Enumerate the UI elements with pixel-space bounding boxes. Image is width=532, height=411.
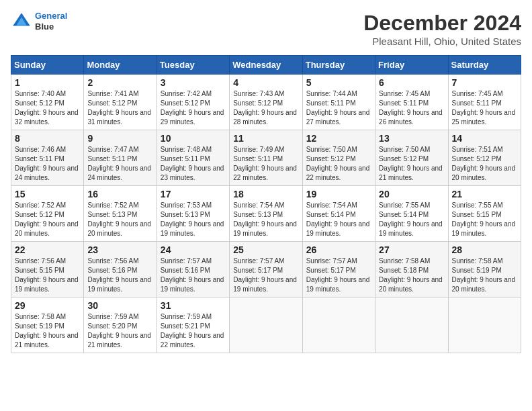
calendar-cell: 6 Sunrise: 7:45 AMSunset: 5:11 PMDayligh… [375, 75, 448, 130]
calendar-cell: 12 Sunrise: 7:50 AMSunset: 5:12 PMDaylig… [302, 130, 375, 186]
day-info: Sunrise: 7:56 AMSunset: 5:15 PMDaylight:… [15, 257, 79, 293]
calendar-day-header: Monday [84, 56, 157, 75]
calendar-cell: 2 Sunrise: 7:41 AMSunset: 5:12 PMDayligh… [84, 75, 157, 130]
day-info: Sunrise: 7:41 AMSunset: 5:12 PMDaylight:… [87, 90, 151, 126]
calendar-cell: 26 Sunrise: 7:57 AMSunset: 5:17 PMDaylig… [302, 242, 375, 298]
logo-text: General Blue [35, 11, 67, 32]
day-info: Sunrise: 7:57 AMSunset: 5:17 PMDaylight:… [306, 257, 370, 293]
page-header: General Blue December 2024 Pleasant Hill… [11, 11, 521, 47]
calendar-cell [448, 298, 521, 353]
day-number: 1 [15, 77, 80, 88]
calendar-cell: 4 Sunrise: 7:43 AMSunset: 5:12 PMDayligh… [230, 75, 302, 130]
calendar-cell: 24 Sunrise: 7:57 AMSunset: 5:16 PMDaylig… [157, 242, 229, 298]
day-info: Sunrise: 7:47 AMSunset: 5:11 PMDaylight:… [87, 146, 151, 181]
day-number: 26 [306, 244, 371, 255]
day-info: Sunrise: 7:58 AMSunset: 5:18 PMDaylight:… [379, 257, 443, 293]
day-info: Sunrise: 7:48 AMSunset: 5:11 PMDaylight:… [161, 146, 224, 181]
day-number: 28 [452, 244, 517, 255]
day-number: 4 [233, 77, 298, 88]
calendar-day-header: Friday [375, 56, 448, 75]
day-number: 20 [379, 189, 444, 199]
title-area: December 2024 Pleasant Hill, Ohio, Unite… [363, 11, 521, 47]
day-number: 14 [452, 133, 517, 144]
day-number: 24 [161, 244, 226, 255]
calendar-cell: 3 Sunrise: 7:42 AMSunset: 5:12 PMDayligh… [157, 75, 229, 130]
calendar-week-row: 8 Sunrise: 7:46 AMSunset: 5:11 PMDayligh… [11, 130, 521, 186]
day-info: Sunrise: 7:56 AMSunset: 5:16 PMDaylight:… [87, 257, 151, 293]
day-info: Sunrise: 7:45 AMSunset: 5:11 PMDaylight:… [452, 90, 516, 126]
day-number: 21 [452, 189, 517, 199]
calendar-cell: 5 Sunrise: 7:44 AMSunset: 5:11 PMDayligh… [302, 75, 375, 130]
calendar-cell: 29 Sunrise: 7:58 AMSunset: 5:19 PMDaylig… [11, 298, 84, 353]
day-number: 5 [306, 77, 371, 88]
day-info: Sunrise: 7:58 AMSunset: 5:19 PMDaylight:… [15, 313, 79, 349]
day-number: 31 [161, 300, 226, 311]
day-info: Sunrise: 7:59 AMSunset: 5:20 PMDaylight:… [87, 313, 151, 349]
calendar-week-row: 22 Sunrise: 7:56 AMSunset: 5:15 PMDaylig… [11, 242, 521, 298]
day-info: Sunrise: 7:52 AMSunset: 5:12 PMDaylight:… [15, 201, 79, 237]
day-number: 25 [233, 244, 298, 255]
calendar-cell: 25 Sunrise: 7:57 AMSunset: 5:17 PMDaylig… [230, 242, 302, 298]
calendar-cell: 10 Sunrise: 7:48 AMSunset: 5:11 PMDaylig… [157, 130, 229, 186]
logo-icon [11, 11, 32, 32]
calendar-cell: 18 Sunrise: 7:54 AMSunset: 5:13 PMDaylig… [230, 186, 302, 242]
calendar-day-header: Wednesday [230, 56, 302, 75]
calendar-cell: 28 Sunrise: 7:58 AMSunset: 5:19 PMDaylig… [448, 242, 521, 298]
calendar-cell: 16 Sunrise: 7:52 AMSunset: 5:13 PMDaylig… [84, 186, 157, 242]
day-number: 19 [306, 189, 371, 199]
day-number: 11 [233, 133, 298, 144]
day-info: Sunrise: 7:45 AMSunset: 5:11 PMDaylight:… [379, 90, 443, 126]
calendar-cell: 22 Sunrise: 7:56 AMSunset: 5:15 PMDaylig… [11, 242, 84, 298]
calendar-cell: 1 Sunrise: 7:40 AMSunset: 5:12 PMDayligh… [11, 75, 84, 130]
day-info: Sunrise: 7:52 AMSunset: 5:13 PMDaylight:… [87, 201, 151, 237]
calendar-cell [375, 298, 448, 353]
calendar-cell: 8 Sunrise: 7:46 AMSunset: 5:11 PMDayligh… [11, 130, 84, 186]
calendar-day-header: Sunday [11, 56, 84, 75]
day-info: Sunrise: 7:40 AMSunset: 5:12 PMDaylight:… [15, 90, 79, 126]
day-info: Sunrise: 7:44 AMSunset: 5:11 PMDaylight:… [306, 90, 370, 126]
day-info: Sunrise: 7:58 AMSunset: 5:19 PMDaylight:… [452, 257, 516, 293]
day-info: Sunrise: 7:55 AMSunset: 5:15 PMDaylight:… [452, 201, 516, 237]
day-number: 13 [379, 133, 444, 144]
day-info: Sunrise: 7:54 AMSunset: 5:13 PMDaylight:… [233, 201, 297, 237]
calendar-cell: 9 Sunrise: 7:47 AMSunset: 5:11 PMDayligh… [84, 130, 157, 186]
day-info: Sunrise: 7:46 AMSunset: 5:11 PMDaylight:… [15, 146, 79, 181]
day-number: 30 [87, 300, 152, 311]
day-info: Sunrise: 7:54 AMSunset: 5:14 PMDaylight:… [306, 201, 370, 237]
calendar-week-row: 15 Sunrise: 7:52 AMSunset: 5:12 PMDaylig… [11, 186, 521, 242]
day-number: 23 [87, 244, 152, 255]
day-number: 2 [87, 77, 152, 88]
day-number: 8 [15, 133, 80, 144]
calendar-table: SundayMondayTuesdayWednesdayThursdayFrid… [11, 55, 521, 353]
calendar-cell: 23 Sunrise: 7:56 AMSunset: 5:16 PMDaylig… [84, 242, 157, 298]
calendar-cell: 7 Sunrise: 7:45 AMSunset: 5:11 PMDayligh… [448, 75, 521, 130]
day-info: Sunrise: 7:51 AMSunset: 5:12 PMDaylight:… [452, 146, 516, 181]
day-number: 6 [379, 77, 444, 88]
calendar-cell: 21 Sunrise: 7:55 AMSunset: 5:15 PMDaylig… [448, 186, 521, 242]
calendar-week-row: 29 Sunrise: 7:58 AMSunset: 5:19 PMDaylig… [11, 298, 521, 353]
day-number: 18 [233, 189, 298, 199]
day-number: 9 [87, 133, 152, 144]
calendar-day-header: Tuesday [157, 56, 229, 75]
calendar-cell: 30 Sunrise: 7:59 AMSunset: 5:20 PMDaylig… [84, 298, 157, 353]
day-info: Sunrise: 7:57 AMSunset: 5:16 PMDaylight:… [161, 257, 224, 293]
calendar-week-row: 1 Sunrise: 7:40 AMSunset: 5:12 PMDayligh… [11, 75, 521, 130]
calendar-header-row: SundayMondayTuesdayWednesdayThursdayFrid… [11, 56, 521, 75]
subtitle: Pleasant Hill, Ohio, United States [363, 36, 521, 47]
day-number: 12 [306, 133, 371, 144]
calendar-cell: 19 Sunrise: 7:54 AMSunset: 5:14 PMDaylig… [302, 186, 375, 242]
calendar-cell: 31 Sunrise: 7:59 AMSunset: 5:21 PMDaylig… [157, 298, 229, 353]
day-number: 22 [15, 244, 80, 255]
day-info: Sunrise: 7:50 AMSunset: 5:12 PMDaylight:… [306, 146, 370, 181]
calendar-day-header: Thursday [302, 56, 375, 75]
day-info: Sunrise: 7:49 AMSunset: 5:11 PMDaylight:… [233, 146, 297, 181]
day-info: Sunrise: 7:53 AMSunset: 5:13 PMDaylight:… [161, 201, 224, 237]
day-info: Sunrise: 7:57 AMSunset: 5:17 PMDaylight:… [233, 257, 297, 293]
calendar-cell: 14 Sunrise: 7:51 AMSunset: 5:12 PMDaylig… [448, 130, 521, 186]
day-number: 27 [379, 244, 444, 255]
day-info: Sunrise: 7:55 AMSunset: 5:14 PMDaylight:… [379, 201, 443, 237]
day-number: 17 [161, 189, 226, 199]
day-number: 3 [161, 77, 226, 88]
calendar-cell: 15 Sunrise: 7:52 AMSunset: 5:12 PMDaylig… [11, 186, 84, 242]
day-info: Sunrise: 7:50 AMSunset: 5:12 PMDaylight:… [379, 146, 443, 181]
